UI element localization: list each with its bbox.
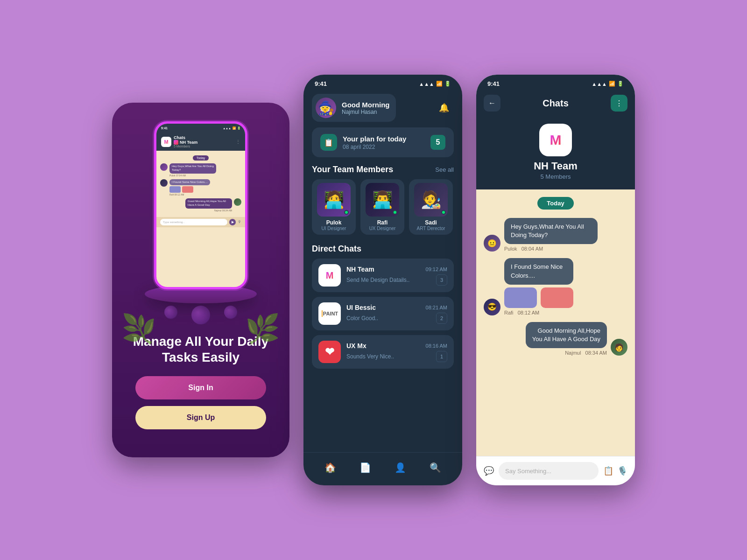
phone3-chat: 9:41 ▲▲▲ 📶 🔋 ← Chats ⋮ M NH Team 5 Membe…: [476, 75, 635, 485]
p2-nav-home[interactable]: 🏠: [322, 459, 339, 476]
inner-today-badge: Today: [193, 155, 209, 161]
p3-team-info: M NH Team 5 Members: [476, 119, 635, 189]
p3-chat-area: Today 😐 Hey Guys,What Are You All Doing …: [476, 189, 635, 456]
p2-chat-name-nh: NH Team: [346, 266, 374, 273]
p2-plan-title: Your plan for today: [343, 135, 430, 143]
p2-nav-profile[interactable]: 👤: [392, 459, 409, 476]
p3-status-icons: ▲▲▲ 📶 🔋: [592, 81, 624, 87]
p3-message-najmul: Good Morning All,HopeYou All Have A Good…: [484, 322, 627, 356]
p2-status-icons: ▲▲▲ 📶 🔋: [419, 81, 451, 87]
p2-chat-logo-ux: ❤: [318, 341, 341, 363]
p2-chat-ux-mx[interactable]: ❤ UX Mx 08:16 AM Sounds Very Nice.. 1: [312, 335, 454, 369]
p2-plan-badge: 5: [430, 135, 445, 150]
p2-nav-docs[interactable]: 📄: [357, 459, 374, 476]
phone1-balls: [164, 306, 237, 324]
p2-member-name-pulok: Pulok: [326, 219, 342, 226]
p2-plan-card: 📋 Your plan for today 08 april 2022 5: [312, 127, 454, 157]
p3-avatar-pulok: 😐: [484, 235, 500, 252]
p2-chat-info-ux: UX Mx 08:16 AM Sounds Very Nice.. 1: [346, 342, 447, 362]
p2-chat-preview-paint: Color Good..: [346, 315, 378, 322]
p3-input-actions: 📋 🎙️: [603, 466, 627, 476]
p2-member-role-sadi: ART Derector: [417, 226, 445, 231]
p2-members-list: 🧑‍💻 Pulok UI Designer 👨‍💻 Rafi UX Design…: [303, 179, 462, 244]
ball-right: [224, 306, 237, 319]
p3-copy-icon[interactable]: 📋: [603, 466, 613, 476]
p3-avatar-najmul: 🧑: [611, 339, 627, 356]
p3-back-button[interactable]: ←: [484, 95, 500, 112]
p3-team-members: 5 Members: [540, 173, 571, 180]
phone2-dashboard: 9:41 ▲▲▲ 📶 🔋 🧙 Good Morning Najmul Hasan…: [303, 75, 462, 485]
p3-message-pulok: 😐 Hey Guys,What Are You All Doing Today?…: [484, 218, 627, 252]
p2-chats-list: M NH Team 09:12 AM Send Me Design Datail…: [303, 259, 462, 452]
p2-bell-button[interactable]: 🔔: [434, 98, 454, 118]
p3-bubble-najmul: Good Morning All,HopeYou All Have A Good…: [526, 322, 607, 348]
p3-mic-icon[interactable]: 🎙️: [617, 466, 627, 476]
p3-chat-icon: 💬: [484, 466, 494, 476]
phone1-onboarding: 🌿 🌿 9:41 ▲▲▲ 📶 🔋 M Chats: [112, 103, 289, 457]
p2-chat-logo-nh: M: [318, 264, 341, 287]
p2-chat-time-nh: 09:12 AM: [426, 266, 447, 272]
p2-nav-search[interactable]: 🔍: [427, 459, 444, 476]
leaf-right-icon: 🌿: [245, 312, 280, 345]
p2-chat-logo-paint: |PAINT: [318, 302, 341, 325]
p3-message-rafi: 😎 I Found Some NiceColors.... Rafi 08:12…: [484, 258, 627, 315]
p3-header-title: Chats: [543, 98, 569, 109]
p2-chat-name-paint: UI Bessic: [346, 304, 376, 311]
p2-plan-icon: 📋: [320, 134, 337, 151]
p2-chat-name-ux: UX Mx: [346, 342, 366, 350]
p3-input-bar: 💬 Say Something... 📋 🎙️: [476, 456, 635, 485]
p2-member-name-sadi: Sadi: [425, 219, 437, 226]
p3-team-name: NH Team: [534, 160, 578, 172]
p3-status-bar: 9:41 ▲▲▲ 📶 🔋: [476, 75, 635, 91]
p3-swatch-purple: [504, 287, 537, 308]
p2-chats-section-header: Direct Chats: [303, 244, 462, 259]
p3-message-input[interactable]: Say Something...: [499, 462, 599, 480]
p2-member-role-rafi: UX Designer: [369, 226, 396, 231]
p2-chat-info-paint: UI Bessic 08:21 AM Color Good.. 2: [346, 304, 447, 324]
p2-chat-nh-team[interactable]: M NH Team 09:12 AM Send Me Design Datail…: [312, 259, 454, 292]
p3-team-logo: M: [539, 124, 572, 156]
p2-team-section-header: Your Team Members See all: [303, 165, 462, 179]
p2-chats-title: Direct Chats: [312, 244, 361, 254]
p3-msg-content-pulok: Hey Guys,What Are You All Doing Today? P…: [504, 218, 598, 252]
p3-dots-button[interactable]: ⋮: [611, 95, 627, 112]
p2-chat-preview-ux: Sounds Very Nice..: [346, 353, 394, 360]
p3-today-badge: Today: [537, 197, 573, 210]
ball-left: [164, 306, 177, 319]
p2-see-all-button[interactable]: See all: [435, 166, 454, 173]
p2-member-sadi[interactable]: 🧑‍🎨 Sadi ART Derector: [409, 179, 453, 235]
p2-chat-time-ux: 08:16 AM: [426, 343, 447, 349]
p2-user-avatar: 🧙: [316, 98, 336, 118]
p2-member-rafi[interactable]: 👨‍💻 Rafi UX Designer: [360, 179, 404, 235]
p2-chat-ui-bessic[interactable]: |PAINT UI Bessic 08:21 AM Color Good.. 2: [312, 297, 454, 330]
p3-swatch-red: [541, 287, 573, 308]
p2-bottom-nav: 🏠 📄 👤 🔍: [303, 452, 462, 485]
p3-header: ← Chats ⋮: [476, 91, 635, 119]
leaf-left-icon: 🌿: [121, 312, 156, 345]
p2-member-pulok[interactable]: 🧑‍💻 Pulok UI Designer: [312, 179, 356, 235]
p3-msg-content-rafi: I Found Some NiceColors.... Rafi 08:12 A…: [504, 258, 573, 315]
p2-member-name-rafi: Rafi: [377, 219, 388, 226]
p2-header: 🧙 Good Morning Najmul Hasan 🔔: [303, 90, 462, 127]
p3-input-placeholder: Say Something...: [505, 468, 551, 475]
p2-plan-text: Your plan for today 08 april 2022: [343, 135, 430, 150]
signup-button[interactable]: Sign Up: [135, 406, 266, 429]
p2-plan-date: 08 april 2022: [343, 144, 430, 150]
p2-member-role-pulok: UI Designer: [322, 226, 346, 231]
signin-button[interactable]: Sign In: [135, 376, 266, 399]
inner-team-name: NH Team: [180, 140, 197, 145]
p2-chat-time-paint: 08:21 AM: [426, 305, 447, 310]
p2-status-bar: 9:41 ▲▲▲ 📶 🔋: [303, 75, 462, 90]
p2-user-info: 🧙 Good Morning Najmul Hasan: [312, 94, 396, 122]
p3-avatar-rafi: 😎: [484, 299, 500, 315]
p3-color-swatches: [504, 287, 573, 308]
p3-time: 9:41: [487, 80, 500, 87]
p2-username: Najmul Hasan: [342, 109, 389, 115]
p2-chat-badge-nh: 3: [436, 274, 447, 286]
p2-greeting: Good Morning: [342, 101, 389, 109]
ball-center: [191, 306, 210, 324]
p2-chat-preview-nh: Send Me Design Datails..: [346, 277, 409, 283]
p3-bubble-pulok: Hey Guys,What Are You All Doing Today?: [504, 218, 598, 244]
p2-chat-badge-ux: 1: [436, 351, 447, 362]
inner-phone-screen: 9:41 ▲▲▲ 📶 🔋 M Chats: [154, 121, 247, 289]
